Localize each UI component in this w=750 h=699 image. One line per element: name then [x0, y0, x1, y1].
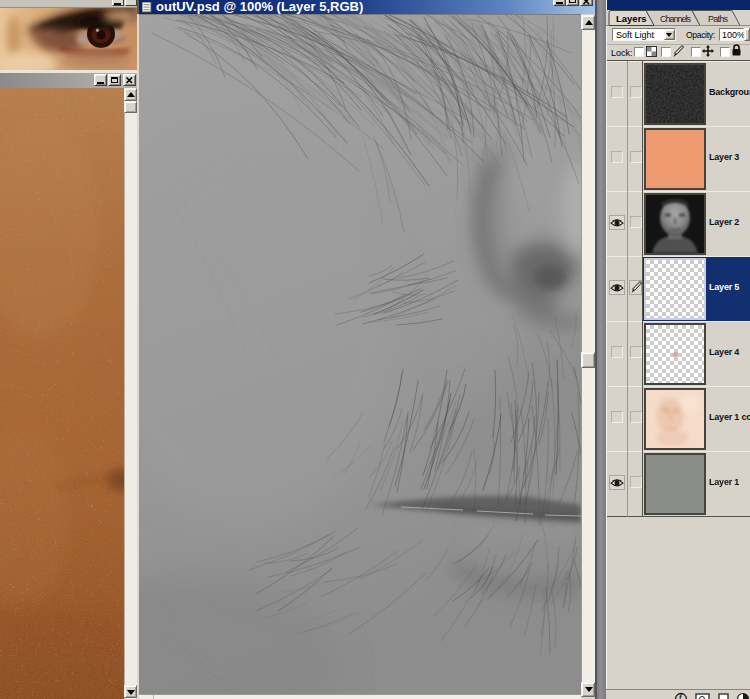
- svg-text:Paths: Paths: [708, 14, 729, 24]
- svg-text:Channels: Channels: [660, 14, 692, 24]
- svg-text:Layers: Layers: [616, 13, 647, 24]
